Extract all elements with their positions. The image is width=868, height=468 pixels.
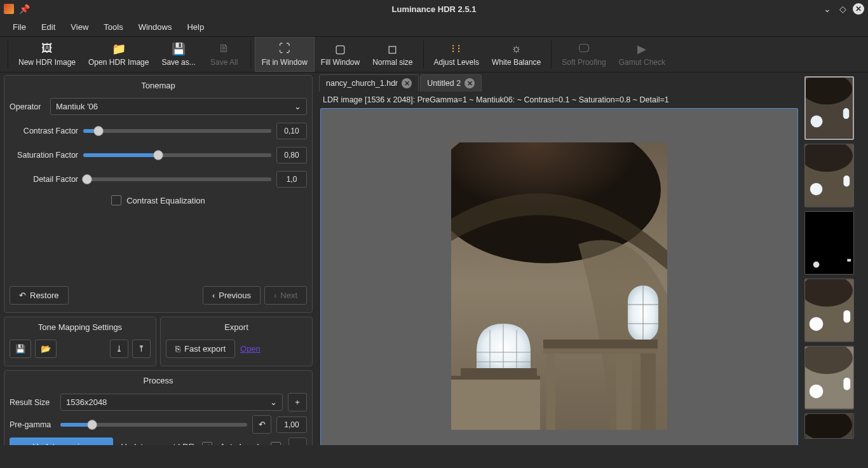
svg-rect-11 [461, 368, 537, 376]
detail-factor-label: Detail Factor [10, 175, 78, 184]
tab-untitled-2[interactable]: Untitled 2 ✕ [420, 74, 482, 92]
next-button: › Next [264, 286, 307, 305]
menu-view[interactable]: View [63, 20, 96, 34]
contrast-factor-value[interactable]: 0,10 [276, 123, 307, 139]
pregamma-value[interactable]: 1,00 [276, 416, 307, 433]
chevron-left-icon: ‹ [212, 291, 215, 300]
pregamma-slider[interactable] [60, 423, 247, 427]
open-export-link[interactable]: Open [240, 344, 261, 354]
white-balance-button[interactable]: ☼ White Balance [485, 37, 547, 72]
svg-rect-37 [843, 378, 850, 390]
fill-icon: ▢ [335, 43, 346, 55]
tab-nancy-church[interactable]: nancy_church_1.hdr ✕ [319, 74, 419, 92]
image-canvas[interactable] [320, 108, 798, 464]
svg-point-39 [805, 414, 852, 438]
slider-thumb[interactable] [82, 174, 92, 184]
thumbnail-5[interactable] [804, 346, 854, 410]
save-settings-button[interactable]: 💾 [10, 340, 31, 358]
svg-rect-12 [543, 340, 658, 348]
maximize-icon[interactable]: ◇ [837, 4, 848, 14]
fill-window-button[interactable]: ▢ Fill Window [315, 37, 366, 72]
export-settings-button[interactable]: ⤒ [132, 340, 151, 358]
svg-rect-15 [641, 354, 656, 430]
download-icon: ⤓ [116, 344, 123, 354]
menu-edit[interactable]: Edit [34, 20, 63, 34]
titlebar: 📌 Luminance HDR 2.5.1 ⌄ ◇ ✕ [0, 0, 868, 18]
tms-title: Tone Mapping Settings [10, 321, 151, 336]
chevron-down-icon: ⌄ [294, 102, 301, 111]
left-panel: Tonemap Operator Mantiuk '06 ⌄ Contrast … [0, 72, 316, 468]
slider-thumb[interactable] [153, 150, 163, 160]
svg-rect-14 [616, 354, 632, 430]
svg-rect-27 [805, 212, 853, 273]
new-hdr-image-button[interactable]: 🖼 New HDR Image [12, 37, 82, 72]
undo-icon: ↶ [19, 291, 26, 300]
contrast-equalization-checkbox[interactable] [111, 195, 121, 205]
slider-thumb[interactable] [93, 126, 104, 136]
svg-rect-17 [451, 376, 540, 430]
detail-factor-slider[interactable] [83, 177, 271, 181]
fit-in-window-button[interactable]: ⛶ Fit in Window [255, 37, 315, 72]
screen-icon: 🖵 [578, 43, 590, 55]
close-icon[interactable]: ✕ [853, 3, 864, 15]
image-icon: 🖼 [41, 43, 53, 55]
saturation-factor-label: Saturation Factor [10, 151, 78, 160]
workspace: Tonemap Operator Mantiuk '06 ⌄ Contrast … [0, 72, 868, 468]
export-title: Export [166, 321, 307, 336]
svg-rect-18 [451, 376, 540, 380]
export-icon: ⎘ [175, 344, 180, 354]
previous-button[interactable]: ‹ Previous [203, 286, 261, 305]
import-settings-button[interactable]: ⤓ [110, 340, 128, 358]
thumbnail-3[interactable] [804, 211, 854, 275]
folder-icon: 📁 [112, 43, 126, 55]
svg-point-25 [810, 183, 822, 195]
save-icon: 💾 [15, 344, 25, 354]
svg-point-36 [810, 385, 823, 398]
operator-select[interactable]: Mantiuk '06 ⌄ [50, 98, 307, 115]
undo-icon: ↶ [259, 420, 266, 429]
open-settings-button[interactable]: 📂 [35, 340, 57, 358]
result-size-add-button[interactable]: + [288, 393, 307, 411]
result-size-select[interactable]: 1536x2048 ⌄ [60, 394, 283, 411]
main-area: nancy_church_1.hdr ✕ Untitled 2 ✕ LDR im… [316, 72, 802, 468]
adjust-levels-button[interactable]: ⫶⫶ Adjust Levels [428, 37, 485, 72]
thumbnail-4[interactable] [804, 279, 854, 342]
menu-windows[interactable]: Windows [131, 20, 180, 34]
close-tab-icon[interactable]: ✕ [402, 78, 412, 88]
saturation-factor-slider[interactable] [83, 153, 271, 157]
soft-proofing-button: 🖵 Soft Proofing [555, 37, 612, 72]
process-title: Process [10, 375, 307, 389]
thumbnail-1[interactable] [804, 76, 854, 140]
normal-size-button[interactable]: ◻ Normal size [366, 37, 419, 72]
svg-point-21 [811, 115, 823, 127]
save-all-button: 🗎 Save All [202, 37, 247, 72]
detail-factor-value[interactable]: 1,0 [276, 171, 307, 188]
thumbnail-strip [802, 72, 868, 468]
minimize-icon[interactable]: ⌄ [822, 4, 832, 14]
window-title: Luminance HDR 2.5.1 [392, 4, 477, 14]
folder-icon: 📂 [41, 344, 51, 354]
thumbnail-6[interactable] [804, 413, 854, 439]
saturation-factor-value[interactable]: 0,80 [276, 147, 307, 163]
pregamma-reset-button[interactable]: ↶ [252, 415, 271, 434]
thumbnail-2[interactable] [804, 144, 854, 207]
bottom-spacer [0, 445, 868, 468]
save-as-button[interactable]: 💾 Save as... [155, 37, 201, 72]
menu-help[interactable]: Help [179, 20, 212, 34]
contrast-factor-slider[interactable] [83, 129, 271, 133]
chevron-right-icon: › [274, 291, 276, 300]
toolbar: 🖼 New HDR Image 📁 Open HDR Image 💾 Save … [0, 37, 868, 72]
fast-export-button[interactable]: ⎘ Fast export [166, 340, 235, 358]
menu-file[interactable]: File [5, 20, 34, 34]
svg-rect-22 [843, 108, 849, 119]
pin-icon[interactable]: 📌 [19, 4, 30, 14]
svg-rect-26 [843, 176, 850, 187]
open-hdr-image-button[interactable]: 📁 Open HDR Image [82, 37, 155, 72]
menu-tools[interactable]: Tools [96, 20, 130, 34]
tonemap-panel: Tonemap Operator Mantiuk '06 ⌄ Contrast … [4, 75, 313, 313]
restore-button[interactable]: ↶ Restore [10, 286, 69, 305]
slider-thumb[interactable] [87, 420, 97, 430]
operator-label: Operator [10, 102, 45, 111]
svg-point-32 [810, 317, 823, 331]
close-tab-icon[interactable]: ✕ [465, 78, 475, 88]
